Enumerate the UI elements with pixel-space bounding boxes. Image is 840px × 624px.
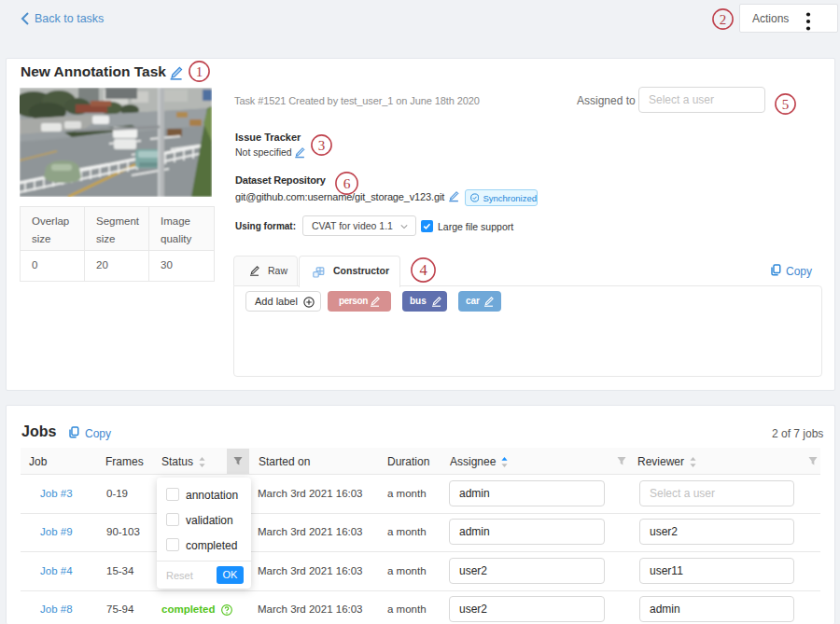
svg-text:1: 1: [196, 64, 203, 79]
svg-text:3: 3: [318, 138, 326, 153]
svg-text:5: 5: [782, 97, 790, 112]
svg-text:4: 4: [419, 261, 427, 279]
svg-text:6: 6: [343, 175, 351, 191]
svg-text:2: 2: [720, 12, 727, 27]
